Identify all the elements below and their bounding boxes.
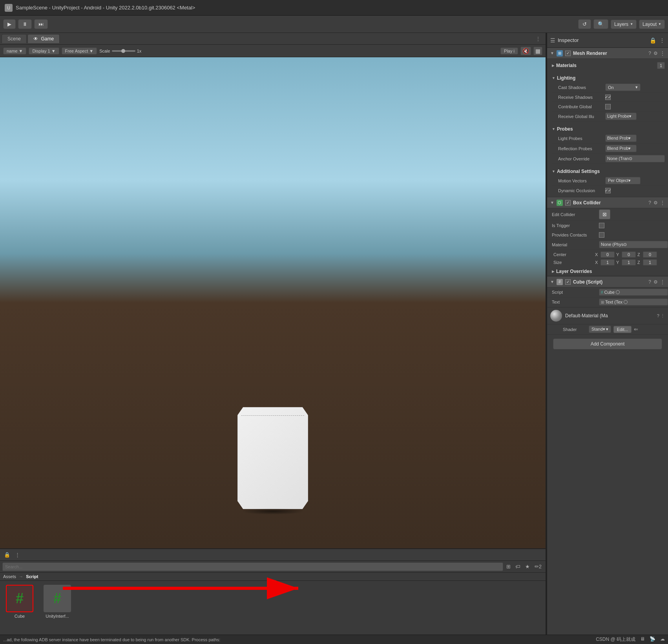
text-field-ref[interactable]: ⊞ Text (Tex bbox=[599, 298, 668, 306]
center-x-label: X bbox=[595, 252, 599, 257]
reflection-probes-dropdown[interactable]: Blend Prob▾ bbox=[605, 145, 637, 152]
history-button[interactable]: ↺ bbox=[578, 19, 591, 29]
material-help-icon[interactable]: ? bbox=[657, 313, 659, 318]
assets-content: # Cube # UnityInterf... bbox=[0, 581, 546, 635]
cube-script-more-icon[interactable]: ⋮ bbox=[660, 279, 665, 285]
shader-edit-button[interactable]: Edit... bbox=[613, 326, 631, 333]
shader-arrow-icon[interactable]: ⇐ bbox=[634, 326, 638, 332]
box-collider-more-icon[interactable]: ⋮ bbox=[660, 200, 665, 206]
layers-dropdown[interactable]: Layers ▼ bbox=[611, 20, 637, 29]
box-collider-help-icon[interactable]: ? bbox=[648, 200, 651, 206]
asset-item-cube[interactable]: # Cube bbox=[4, 585, 35, 619]
box-collider-header[interactable]: ▼ ⬡ ✓ Box Collider ? ⚙ ⋮ bbox=[547, 197, 668, 208]
script-name-value: Cube bbox=[604, 290, 615, 295]
is-trigger-label: Is Trigger bbox=[552, 223, 599, 228]
motion-vectors-dropdown[interactable]: Per Object▾ bbox=[605, 177, 641, 184]
additional-settings-header[interactable]: ▼ Additional Settings bbox=[552, 167, 665, 176]
receive-global-ill-value: Light Probe▾ bbox=[605, 113, 665, 120]
step-button[interactable]: ⏭ bbox=[34, 19, 48, 29]
receive-shadows-checkbox[interactable]: ✓ bbox=[605, 95, 611, 100]
play-button[interactable]: ▶ bbox=[3, 19, 16, 29]
cube-script-settings-icon[interactable]: ⚙ bbox=[653, 279, 658, 285]
anchor-override-row: Anchor Override None (Tran⊙ bbox=[552, 154, 665, 164]
center-y-input[interactable] bbox=[622, 251, 636, 258]
text-value-text: Text (Tex bbox=[605, 300, 622, 304]
mesh-renderer-checkbox[interactable]: ✓ bbox=[565, 51, 571, 56]
lighting-section-header[interactable]: ▼ Lighting bbox=[552, 74, 665, 82]
name-dropdown-arrow: ▼ bbox=[19, 49, 23, 53]
material-row: Material None (Phys⊙ bbox=[547, 240, 668, 250]
name-dropdown[interactable]: name ▼ bbox=[3, 47, 26, 55]
inspector-more-icon[interactable]: ⋮ bbox=[659, 37, 665, 44]
motion-vectors-label: Motion Vectors bbox=[558, 178, 605, 183]
layout-dropdown[interactable]: Layout ▼ bbox=[639, 20, 665, 29]
mesh-renderer-help-icon[interactable]: ? bbox=[648, 51, 651, 56]
aspect-dropdown[interactable]: Free Aspect ▼ bbox=[62, 47, 97, 55]
inspector-icons: 🔒 ⋮ bbox=[650, 37, 665, 44]
is-trigger-checkbox[interactable] bbox=[599, 223, 604, 228]
shader-dropdown[interactable]: Stand▾ ▾ bbox=[589, 326, 611, 333]
center-z-input[interactable] bbox=[643, 251, 657, 258]
dynamic-occlusion-checkbox[interactable]: ✓ bbox=[605, 188, 611, 193]
display-dropdown[interactable]: Display 1 ▼ bbox=[29, 47, 59, 55]
center-x-input[interactable] bbox=[600, 251, 615, 258]
tab-more-button[interactable]: ⋮ bbox=[532, 36, 544, 42]
cube-script-icon: # bbox=[16, 590, 24, 607]
script-field-ref[interactable]: # Cube bbox=[599, 289, 668, 296]
mesh-renderer-header[interactable]: ▼ ⊞ ✓ Mesh Renderer ? ⚙ ⋮ bbox=[547, 48, 668, 59]
provides-contacts-checkbox[interactable] bbox=[599, 232, 604, 238]
breadcrumb-separator: → bbox=[19, 574, 24, 579]
cube-script-checkbox[interactable]: ✓ bbox=[565, 279, 571, 285]
edit-collider-button[interactable]: ⊠ bbox=[599, 209, 610, 219]
assets-filter2-button[interactable]: 🏷 bbox=[514, 563, 522, 570]
tab-game[interactable]: 👁 Game bbox=[27, 34, 60, 43]
anchor-override-ref[interactable]: None (Tran⊙ bbox=[605, 155, 665, 162]
size-x-input[interactable] bbox=[600, 259, 615, 266]
receive-shadows-label: Receive Shadows bbox=[558, 95, 605, 100]
assets-lock-button[interactable]: 🔒 bbox=[2, 551, 12, 558]
contribute-global-checkbox[interactable] bbox=[605, 104, 611, 109]
add-component-button[interactable]: Add Component bbox=[553, 338, 662, 349]
receive-global-ill-label: Receive Global Illu bbox=[558, 114, 605, 119]
mesh-renderer-settings-icon[interactable]: ⚙ bbox=[653, 51, 658, 56]
material-name-text: Default-Material (Ma bbox=[565, 313, 654, 318]
size-z-input[interactable] bbox=[643, 259, 657, 266]
status-icon-2[interactable]: 📡 bbox=[650, 636, 655, 643]
assets-search-input[interactable] bbox=[2, 562, 503, 571]
status-icon-1[interactable]: 🖥 bbox=[640, 636, 645, 643]
receive-global-ill-dropdown[interactable]: Light Probe▾ bbox=[605, 113, 637, 120]
assets-more-button[interactable]: ⋮ bbox=[13, 551, 22, 558]
probes-section-header[interactable]: ▼ Probes bbox=[552, 125, 665, 133]
receive-shadows-row: Receive Shadows ✓ bbox=[552, 93, 665, 102]
materials-section-header[interactable]: ▶ Materials 1 bbox=[552, 60, 665, 71]
mute-button[interactable]: 🔇 bbox=[520, 47, 531, 55]
material-more-icon[interactable]: ⋮ bbox=[661, 313, 665, 318]
title-bar: U SampleScene - UnityProject - Android -… bbox=[0, 0, 668, 16]
size-y-input[interactable] bbox=[622, 259, 636, 266]
pause-button[interactable]: ⏸ bbox=[18, 19, 32, 29]
status-icon-3[interactable]: ☁ bbox=[660, 636, 665, 643]
center-y-label: Y bbox=[616, 252, 620, 257]
scale-slider[interactable] bbox=[112, 50, 135, 52]
search-button[interactable]: 🔍 bbox=[593, 19, 608, 29]
cube-script-help-icon[interactable]: ? bbox=[648, 279, 651, 285]
cube-script-header[interactable]: ▼ # ✓ Cube (Script) ? ⚙ ⋮ bbox=[547, 277, 668, 287]
scale-label: Scale bbox=[99, 49, 110, 53]
edit-collider-row: Edit Collider ⊠ bbox=[547, 208, 668, 221]
cast-shadows-dropdown[interactable]: On ▾ bbox=[605, 84, 641, 91]
mesh-renderer-more-icon[interactable]: ⋮ bbox=[660, 51, 665, 56]
unityinterf-script-icon: # bbox=[53, 590, 61, 607]
light-probes-dropdown[interactable]: Blend Prob▾ bbox=[605, 135, 637, 142]
box-collider-settings-icon[interactable]: ⚙ bbox=[653, 200, 658, 206]
box-collider-checkbox[interactable]: ✓ bbox=[565, 200, 571, 206]
collider-material-ref[interactable]: None (Phys⊙ bbox=[599, 241, 668, 248]
assets-favorites-button[interactable]: ★ bbox=[524, 563, 531, 570]
play-i-button[interactable]: Play i bbox=[500, 47, 518, 55]
inspector-lock-icon[interactable]: 🔒 bbox=[650, 37, 656, 44]
asset-item-unityinterf[interactable]: # UnityInterf... bbox=[42, 585, 73, 619]
grid-button[interactable]: ▦ bbox=[533, 47, 542, 55]
box-collider-arrow: ▼ bbox=[550, 200, 554, 205]
assets-filter1-button[interactable]: ⊞ bbox=[505, 563, 512, 570]
layer-overrides-header[interactable]: ▶ Layer Overrides bbox=[547, 267, 668, 276]
tab-scene[interactable]: Scene bbox=[2, 34, 27, 43]
